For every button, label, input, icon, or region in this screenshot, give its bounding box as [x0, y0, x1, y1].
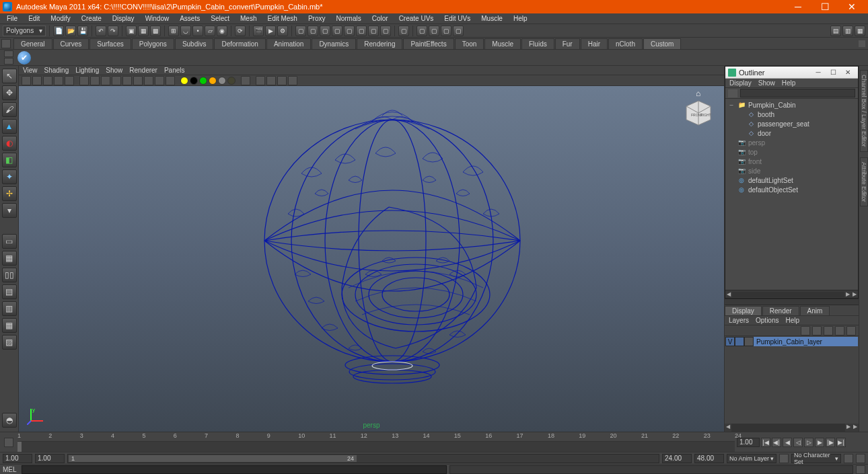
play-back-button[interactable]: ◁: [793, 438, 803, 447]
menu-file[interactable]: File: [1, 14, 23, 23]
scroll-track[interactable]: [732, 292, 844, 297]
vp-grid-toggle[interactable]: [79, 76, 89, 85]
select-by-object-button[interactable]: ▦: [138, 26, 149, 36]
outliner-node-passengeer_seat[interactable]: ◇passengeer_seat: [725, 119, 858, 128]
layer-color-swatch[interactable]: [744, 337, 754, 346]
layer-editor-toggle[interactable]: ▥: [842, 26, 853, 36]
two-pane-stack-layout[interactable]: ▤: [2, 284, 17, 299]
viewport-menu-show[interactable]: Show: [106, 67, 122, 74]
viewcube-home-icon[interactable]: ⌂: [696, 89, 705, 98]
shelf-tab-hair[interactable]: Hair: [581, 38, 608, 49]
layer-scrollbar[interactable]: ◀ ▶ ▶: [725, 424, 859, 432]
vp-gate-mask[interactable]: [112, 76, 121, 85]
shelf-tab-subdivs[interactable]: Subdivs: [175, 38, 214, 49]
paint-select-tool[interactable]: 🖌: [2, 102, 17, 117]
layer-state-toggle[interactable]: [735, 337, 744, 346]
step-forward-button[interactable]: ▶: [815, 438, 824, 447]
menu-muscle[interactable]: Muscle: [476, 14, 508, 23]
vp-wireframe[interactable]: [155, 76, 164, 85]
snap-live-button[interactable]: ◉: [217, 26, 227, 36]
outliner-node-booth[interactable]: ◇booth: [725, 110, 858, 119]
quick-render-button[interactable]: ▢: [417, 26, 427, 36]
soft-mod-tool[interactable]: ✢: [2, 186, 17, 201]
outliner-tree[interactable]: –📁Pumpkin_Cabin◇booth◇passengeer_seat◇do…: [725, 99, 858, 290]
snap-grid-button[interactable]: ⊞: [168, 26, 179, 36]
three-pane-layout[interactable]: ▥: [2, 301, 17, 316]
rotate-tool[interactable]: ◐: [2, 136, 17, 151]
range-start-outer-field[interactable]: 1.00: [3, 454, 32, 463]
viewport[interactable]: ⌂ FRONT RIGHT: [19, 86, 724, 432]
lasso-tool[interactable]: ✥: [2, 85, 17, 100]
scale-tool[interactable]: ◧: [2, 153, 17, 167]
expand-icon[interactable]: –: [728, 102, 735, 108]
layer-move-up-button[interactable]: [801, 326, 810, 335]
menu-window[interactable]: Window: [140, 14, 175, 23]
menu-create-uvs[interactable]: Create UVs: [394, 14, 439, 23]
layer-move-down-button[interactable]: [812, 326, 822, 335]
vp-shaded[interactable]: [166, 76, 175, 85]
menu-edit-mesh[interactable]: Edit Mesh: [262, 14, 302, 23]
scroll-left-icon[interactable]: ◀: [725, 424, 731, 432]
outliner-node-top[interactable]: 📷top: [725, 147, 858, 157]
render-button[interactable]: 🎬: [253, 26, 264, 36]
auto-key-button[interactable]: [844, 454, 853, 463]
play-forward-button[interactable]: ▷: [804, 438, 813, 447]
hypershade-button[interactable]: ▢: [441, 26, 451, 36]
outliner-node-door[interactable]: ◇door: [725, 128, 858, 138]
outliner-menu-display[interactable]: Display: [729, 79, 752, 87]
redo-button[interactable]: ↷: [108, 26, 118, 36]
select-by-hierarchy-button[interactable]: ▣: [126, 26, 137, 36]
snap-curve-button[interactable]: ◡: [180, 26, 191, 36]
layer-visibility-toggle[interactable]: V: [725, 337, 735, 346]
channel-box-toggle[interactable]: ▤: [830, 26, 841, 36]
outliner-filter-icon[interactable]: [728, 89, 737, 97]
shelf-options-button[interactable]: [859, 40, 865, 47]
input-mode-b-button[interactable]: ▢: [308, 26, 318, 36]
layer-item-pumpkin_cabin_layer[interactable]: VPumpkin_Cabin_layer: [725, 337, 858, 346]
outliner-close-button[interactable]: ✕: [840, 68, 855, 77]
shelf-tab-muscle[interactable]: Muscle: [484, 38, 521, 49]
shelf-tab-polygons[interactable]: Polygons: [132, 38, 174, 49]
layer-tab-render[interactable]: Render: [762, 306, 799, 315]
custom-shelf-icon[interactable]: ✔: [17, 51, 31, 65]
layer-menu-help[interactable]: Help: [785, 317, 799, 324]
shelf-tab-fluids[interactable]: Fluids: [521, 38, 554, 49]
step-forward-key-button[interactable]: |▶: [826, 438, 835, 447]
channel-box-tab[interactable]: Channel Box / Layer Editor: [860, 70, 868, 152]
outliner-node-defaultobjectset[interactable]: ◎defaultObjectSet: [725, 185, 858, 194]
anim-layer-options-button[interactable]: [779, 454, 789, 463]
open-scene-button[interactable]: 📂: [65, 26, 76, 36]
go-to-start-button[interactable]: |◀: [761, 438, 770, 447]
shelf-tab-curves[interactable]: Curves: [53, 38, 89, 49]
menu-proxy[interactable]: Proxy: [303, 14, 331, 23]
shelf-tab-animation[interactable]: Animation: [266, 38, 311, 49]
viewport-menu-shading[interactable]: Shading: [44, 67, 69, 74]
outliner-node-pumpkin_cabin[interactable]: –📁Pumpkin_Cabin: [725, 100, 858, 110]
shelf-tab-painteffects[interactable]: PaintEffects: [403, 38, 454, 49]
scroll-right-icon[interactable]: ▶: [845, 424, 852, 432]
vp-safe-action[interactable]: [133, 76, 143, 85]
shelf-tab-toon[interactable]: Toon: [455, 38, 484, 49]
attribute-editor-toggle[interactable]: ▦: [855, 26, 865, 36]
ipr-render-button[interactable]: ▶: [265, 26, 276, 36]
shelf-tab-rendering[interactable]: Rendering: [357, 38, 402, 49]
vp-light-all[interactable]: [190, 77, 198, 85]
move-tool[interactable]: ▲: [2, 119, 17, 134]
shelf-menu-button[interactable]: [1, 39, 11, 48]
shelf-tab-down-button[interactable]: [4, 58, 13, 65]
menu-edit-uvs[interactable]: Edit UVs: [439, 14, 476, 23]
viewport-menu-lighting[interactable]: Lighting: [75, 67, 99, 74]
menu-select[interactable]: Select: [205, 14, 235, 23]
layer-tab-display[interactable]: Display: [725, 306, 762, 315]
vp-xray-button[interactable]: [256, 76, 265, 85]
layer-delete-button[interactable]: [846, 326, 856, 335]
shelf-tab-ncloth[interactable]: nCloth: [608, 38, 643, 49]
menu-mesh[interactable]: Mesh: [235, 14, 262, 23]
vp-resolution-gate[interactable]: [101, 76, 110, 85]
range-slider-track[interactable]: 1 24: [67, 454, 659, 463]
save-scene-button[interactable]: 💾: [77, 26, 88, 36]
minimize-button[interactable]: ─: [785, 0, 811, 13]
snap-plane-button[interactable]: ▱: [205, 26, 215, 36]
menu-assets[interactable]: Assets: [174, 14, 205, 23]
shelf-tab-dynamics[interactable]: Dynamics: [312, 38, 356, 49]
